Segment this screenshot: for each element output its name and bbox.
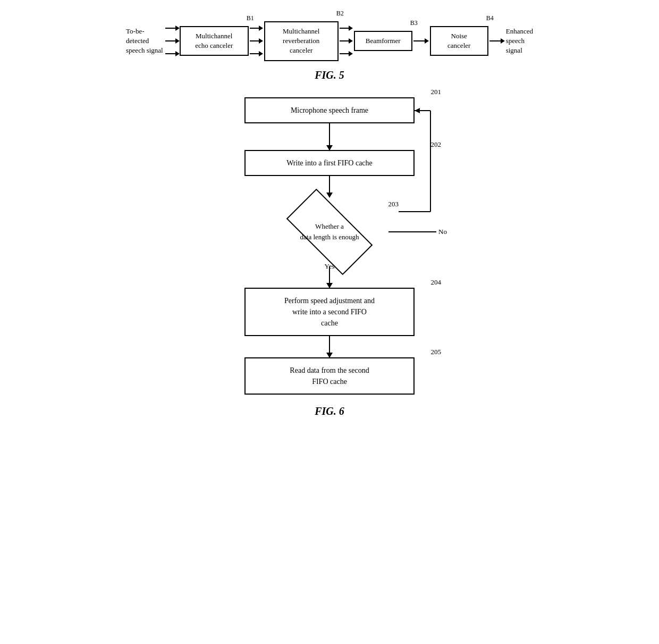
node-204-wrapper: Perform speed adjustment andwrite into a… — [170, 288, 489, 336]
node-205-rel: Read data from the secondFIFO cache 205 — [244, 357, 415, 395]
arrow-b1-b2-1 — [259, 23, 263, 33]
ref-203: 203 — [388, 200, 399, 208]
page: To-be-detectedspeech signal — [11, 11, 648, 417]
ref-202: 202 — [431, 140, 442, 149]
fig6-title: FIG. 6 — [315, 405, 344, 417]
ref-205: 205 — [431, 348, 442, 356]
input-signal-label: To-be-detectedspeech signal — [126, 27, 163, 56]
node-201-wrapper: Microphone speech frame 201 — [170, 97, 489, 123]
block-b3-wrapper: B3 Beamformer — [354, 31, 412, 51]
ref-b2: B2 — [336, 10, 344, 18]
fig6-container: Microphone speech frame 201 — [11, 97, 648, 417]
diamond-text: Whether adata length is enough — [260, 197, 399, 266]
block-b1: Multichannelecho canceler — [180, 26, 249, 56]
output-signal-label: Enhancedspeechsignal — [506, 27, 533, 56]
node-202: Write into a first FIFO cache — [244, 150, 415, 176]
arrow-b1-b2-2 — [259, 36, 263, 46]
arrow-202-203 — [170, 176, 489, 197]
node-205: Read data from the secondFIFO cache — [244, 357, 415, 395]
fig5-container: To-be-detectedspeech signal — [11, 11, 648, 81]
fig5-diagram: To-be-detectedspeech signal — [11, 21, 648, 61]
node-201-label: Microphone speech frame — [291, 106, 368, 114]
node-203-rel: Whether adata length is enough 203 No Ye… — [260, 197, 399, 266]
node-201-rel: Microphone speech frame 201 — [244, 97, 415, 123]
block-b1-wrapper: B1 Multichannelecho canceler — [180, 26, 249, 56]
input-arrow-2 — [176, 36, 180, 46]
ref-b3: B3 — [410, 19, 418, 27]
block-b4-wrapper: B4 Noisecanceler — [430, 26, 488, 56]
input-arrow-1 — [176, 23, 180, 33]
arrow-b2-b3-2 — [349, 36, 353, 46]
arrow-201-202 — [170, 123, 489, 150]
node-201: Microphone speech frame — [244, 97, 415, 123]
arrow-b2-b3-1 — [349, 23, 353, 33]
arrow-b1-b2-3 — [259, 49, 263, 58]
node-204: Perform speed adjustment andwrite into a… — [244, 288, 415, 336]
ref-b1: B1 — [247, 14, 254, 22]
arrow-b2-b3-3 — [349, 49, 353, 58]
node-202-rel: Write into a first FIFO cache 202 — [244, 150, 415, 176]
no-label: No — [438, 228, 447, 236]
fig5-title: FIG. 5 — [315, 69, 344, 81]
no-branch: No — [388, 228, 449, 236]
node-205-wrapper: Read data from the secondFIFO cache 205 — [170, 357, 489, 395]
flowchart: Microphone speech frame 201 — [170, 97, 489, 395]
block-b2-wrapper: B2 Multichannelreverberationcanceler — [264, 21, 339, 61]
arrow-203-204 — [170, 266, 489, 288]
arrow-output — [501, 36, 505, 46]
input-arrow-3 — [176, 49, 180, 58]
node-202-wrapper: Write into a first FIFO cache 202 — [170, 150, 489, 176]
arrow-b3-b4 — [425, 36, 429, 46]
ref-b4: B4 — [486, 14, 494, 22]
node-203-wrapper: Whether adata length is enough 203 No Ye… — [170, 197, 489, 266]
arrow-204-205 — [170, 336, 489, 357]
block-b3: Beamformer — [354, 31, 412, 51]
ref-201: 201 — [431, 88, 442, 96]
node-202-label: Write into a first FIFO cache — [286, 159, 373, 167]
block-b2: Multichannelreverberationcanceler — [264, 21, 339, 61]
node-204-rel: Perform speed adjustment andwrite into a… — [244, 288, 415, 336]
block-b4: Noisecanceler — [430, 26, 488, 56]
ref-204: 204 — [431, 278, 442, 287]
